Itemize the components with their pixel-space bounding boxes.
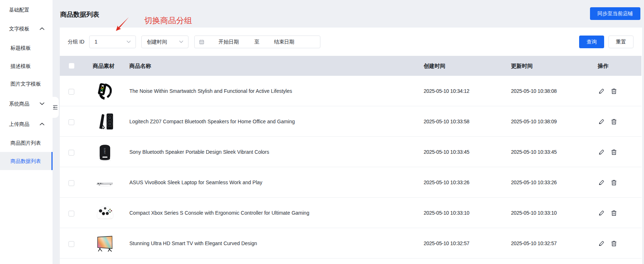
svg-text:SONY: SONY	[104, 148, 106, 154]
